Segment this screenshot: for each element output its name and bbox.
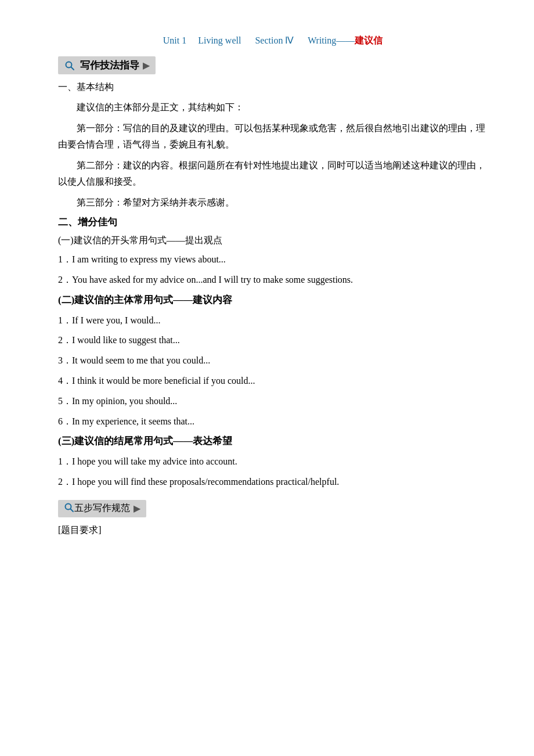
list-item-b3: 3．It would seem to me that you could... — [58, 352, 488, 369]
title-cn: 建议信 — [355, 35, 383, 45]
list-item-c1: 1．I hope you will take my advice into ac… — [58, 453, 488, 470]
page-header: Unit 1 Living well Section Ⅳ Writing——建议… — [58, 35, 488, 47]
list-item-b6: 6．In my experience, it seems that... — [58, 413, 488, 430]
para1: 建议信的主体部分是正文，其结构如下： — [58, 99, 488, 116]
section1-title: 写作技法指导 — [80, 59, 139, 72]
heading2: 二、增分佳句 — [58, 215, 488, 229]
section-label: Section Ⅳ — [255, 35, 294, 45]
list-item-b4: 4．I think it would be more beneficial if… — [58, 373, 488, 390]
list-item-c2: 2．I hope you will find these proposals/r… — [58, 474, 488, 491]
list-item-b2: 2．I would like to suggest that... — [58, 332, 488, 349]
svg-line-1 — [71, 67, 74, 70]
section2-title: 五步写作规范 — [74, 502, 130, 514]
unit-label: Unit 1 — [163, 35, 186, 45]
arrow-icon: ▶ — [143, 60, 150, 71]
sub-heading-1: (一)建议信的开头常用句式——提出观点 — [58, 235, 488, 247]
list-item-a2: 2．You have asked for my advice on...and … — [58, 272, 488, 289]
topic-req: [题目要求] — [58, 524, 488, 537]
writing-label: Writing—— — [308, 35, 355, 45]
magnify-icon — [64, 60, 75, 71]
list-item-b1: 1．If I were you, I would... — [58, 312, 488, 329]
unit-title: Living well — [198, 35, 241, 45]
para4: 第三部分：希望对方采纳并表示感谢。 — [58, 195, 488, 211]
sub-heading-3: (三)建议信的结尾常用句式——表达希望 — [58, 434, 488, 448]
section2-title-box: 五步写作规范 ▶ — [58, 500, 146, 517]
sub-heading-2: (二)建议信的主体常用句式——建议内容 — [58, 293, 488, 307]
list-item-b5: 5．In my opinion, you should... — [58, 393, 488, 410]
para3: 第二部分：建议的内容。根据问题所在有针对性地提出建议，同时可以适当地阐述这种建议… — [58, 157, 488, 190]
heading1: 一、基本结构 — [58, 81, 488, 93]
arrow-icon-2: ▶ — [134, 503, 140, 514]
section1-title-box: 写作技法指导 ▶ — [58, 56, 156, 74]
svg-line-3 — [71, 509, 74, 512]
magnify-icon-2 — [64, 502, 74, 515]
list-item-a1: 1．I am writing to express my views about… — [58, 251, 488, 268]
para2: 第一部分：写信的目的及建议的理由。可以包括某种现象或危害，然后很自然地引出建议的… — [58, 120, 488, 153]
